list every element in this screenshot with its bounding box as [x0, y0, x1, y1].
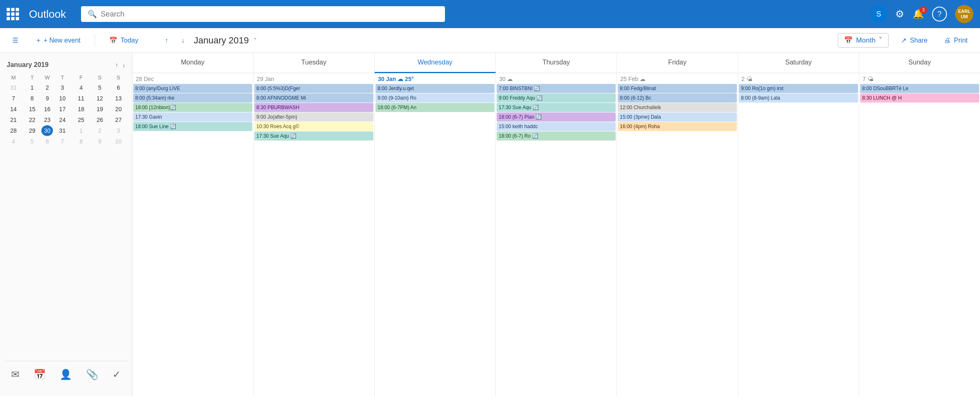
calendar-event[interactable]: 18:00 (6-7) Plan 🔄: [497, 112, 616, 122]
view-dropdown-icon: ˅: [879, 36, 882, 45]
waffle-icon[interactable]: [7, 8, 19, 20]
print-icon: 🖨: [944, 37, 951, 44]
calendar-event[interactable]: 8:00 (5:34am) rke: [133, 93, 252, 103]
calendar-event[interactable]: 18:00 Sue Line 🔄: [133, 122, 252, 131]
search-input[interactable]: [101, 10, 438, 19]
calendar-event[interactable]: 7:00 BINSTBNI 🔄: [497, 84, 616, 93]
mini-cal-date[interactable]: 26: [91, 115, 109, 125]
nav-attachments[interactable]: 📎: [79, 365, 105, 384]
search-box[interactable]: 🔍: [81, 6, 445, 22]
mini-cal-date[interactable]: 6: [41, 136, 53, 147]
calendar-event[interactable]: 8:00 Fedg/Blinat: [618, 84, 737, 93]
mini-cal-date[interactable]: 27: [109, 115, 128, 125]
calendar-event[interactable]: 15:00 (3pme) Dala: [618, 112, 737, 122]
mini-cal-date[interactable]: 13: [109, 93, 128, 104]
mini-cal-next[interactable]: ↓: [122, 62, 125, 68]
mini-cal-date[interactable]: 14: [4, 104, 23, 115]
calendar-event[interactable]: 8:00 (any/Durg LIVE: [133, 84, 252, 93]
calendar-event[interactable]: 9:00 Jo(after-5pm): [254, 112, 373, 122]
mini-cal-date[interactable]: 4: [4, 136, 23, 147]
calendar-event[interactable]: 8:00 (5:5%3)D(Fger: [254, 84, 373, 93]
mini-cal-date[interactable]: 9: [41, 93, 53, 104]
calendar-event[interactable]: 8:30 LUNCH @ H: [860, 93, 979, 103]
help-button[interactable]: ?: [932, 7, 947, 21]
calendar-event[interactable]: 18:00 (6-7) Ro 🔄: [497, 131, 616, 141]
mini-cal-date[interactable]: 1: [23, 82, 41, 93]
mini-cal-date[interactable]: 21: [4, 115, 23, 125]
calendar-event[interactable]: 16:00 (4pm) Roha: [618, 122, 737, 131]
calendar-event[interactable]: 9:00 Freddy Aqu 🔄: [497, 93, 616, 103]
mini-cal-date[interactable]: 20: [109, 104, 128, 115]
mini-cal-date[interactable]: 4: [72, 82, 90, 93]
mini-cal-date[interactable]: 6: [109, 82, 128, 93]
mini-cal-date[interactable]: 5: [23, 136, 41, 147]
mini-cal-date[interactable]: 12: [91, 93, 109, 104]
cal-header-monday: Monday: [132, 53, 253, 73]
mini-cal-date[interactable]: 19: [91, 104, 109, 115]
calendar-event[interactable]: 18:00 (12nbion)🔄: [133, 103, 252, 112]
calendar-event[interactable]: 18:00 (6-7PM) An: [375, 103, 495, 112]
mini-cal-date[interactable]: 8: [72, 136, 90, 147]
mini-cal-date[interactable]: 29: [23, 125, 41, 136]
mini-cal-date[interactable]: 23: [41, 115, 53, 125]
calendar-event[interactable]: 17:30 Sue Aqu 🔄: [254, 131, 373, 141]
view-selector[interactable]: 📅 Month ˅: [838, 33, 889, 48]
new-event-button[interactable]: + + New event: [32, 34, 85, 47]
prev-month-button[interactable]: ↑: [160, 34, 172, 47]
calendar-event[interactable]: 8:00 DSouBBRTé Le: [860, 84, 979, 93]
avatar[interactable]: EARLUM: [955, 5, 973, 23]
mini-cal-date[interactable]: 3: [53, 82, 72, 93]
nav-tasks[interactable]: ✓: [106, 365, 127, 384]
calendar-event[interactable]: 8:00 (8-9am) Lala: [739, 93, 858, 103]
print-button[interactable]: 🖨 Print: [940, 34, 972, 47]
mini-cal-date[interactable]: 1: [72, 125, 90, 136]
calendar-event[interactable]: 8:00 Jerdly.u.qet: [375, 84, 495, 93]
mini-cal-date[interactable]: 16: [41, 104, 53, 115]
nav-mail[interactable]: ✉: [5, 365, 26, 384]
today-button[interactable]: 📅 Today: [105, 34, 143, 47]
mini-cal-date[interactable]: 5: [91, 82, 109, 93]
nav-calendar[interactable]: 📅: [27, 365, 53, 384]
mini-cal-date[interactable]: 8: [23, 93, 41, 104]
mini-cal-date[interactable]: 30: [41, 125, 53, 136]
mini-cal-day-header: S: [91, 73, 109, 82]
mini-cal-date[interactable]: 7: [4, 93, 23, 104]
calendar-event[interactable]: 12:00 Churchalleik: [618, 103, 737, 112]
notifications-button[interactable]: 🔔 3: [913, 9, 924, 19]
mini-cal-date[interactable]: 10: [109, 136, 128, 147]
nav-people[interactable]: 👤: [53, 365, 79, 384]
mini-cal-date[interactable]: 10: [53, 93, 72, 104]
calendar-event[interactable]: 10:30 Roes Acq g©: [254, 122, 373, 131]
mini-cal-date[interactable]: 31: [53, 125, 72, 136]
mini-cal-date[interactable]: 2: [91, 125, 109, 136]
mini-cal-date[interactable]: 28: [4, 125, 23, 136]
mini-cal-date[interactable]: 18: [72, 104, 90, 115]
calendar-event[interactable]: 8:30 PBURBWASH: [254, 103, 373, 112]
calendar-event[interactable]: 9:00 Ro(1o gm) irst: [739, 84, 858, 93]
mini-cal-date[interactable]: 3: [109, 125, 128, 136]
calendar-event[interactable]: 8:00 (6-12) Bc: [618, 93, 737, 103]
mini-cal-header: January 2019 ↑ ↓: [4, 61, 128, 69]
calendar-event[interactable]: 17:30 Sue Aqu 🔄: [497, 103, 616, 112]
mini-cal-date[interactable]: 25: [72, 115, 90, 125]
calendar-event[interactable]: 8:00 AFNNODGME Mi: [254, 93, 373, 103]
settings-button[interactable]: ⚙: [895, 8, 904, 20]
mini-cal-date[interactable]: 11: [72, 93, 90, 104]
mini-cal-date[interactable]: 31: [4, 82, 23, 93]
mini-cal-date[interactable]: 24: [53, 115, 72, 125]
mini-cal-date[interactable]: 15: [23, 104, 41, 115]
skype-button[interactable]: S: [870, 6, 887, 22]
month-dropdown-icon[interactable]: ˅: [254, 37, 257, 44]
mini-cal-date[interactable]: 7: [53, 136, 72, 147]
mini-cal-prev[interactable]: ↑: [115, 62, 118, 68]
menu-button[interactable]: ☰: [8, 34, 22, 47]
mini-cal-date[interactable]: 2: [41, 82, 53, 93]
share-button[interactable]: ↗ Share: [897, 34, 932, 47]
next-month-button[interactable]: ↓: [177, 34, 189, 47]
mini-cal-date[interactable]: 9: [91, 136, 109, 147]
mini-cal-date[interactable]: 17: [53, 104, 72, 115]
calendar-event[interactable]: 15:00 keith haddc: [497, 122, 616, 131]
calendar-event[interactable]: 9:00 (9-10am) Ro: [375, 93, 495, 103]
mini-cal-date[interactable]: 22: [23, 115, 41, 125]
calendar-event[interactable]: 17:30 Gavin: [133, 112, 252, 122]
